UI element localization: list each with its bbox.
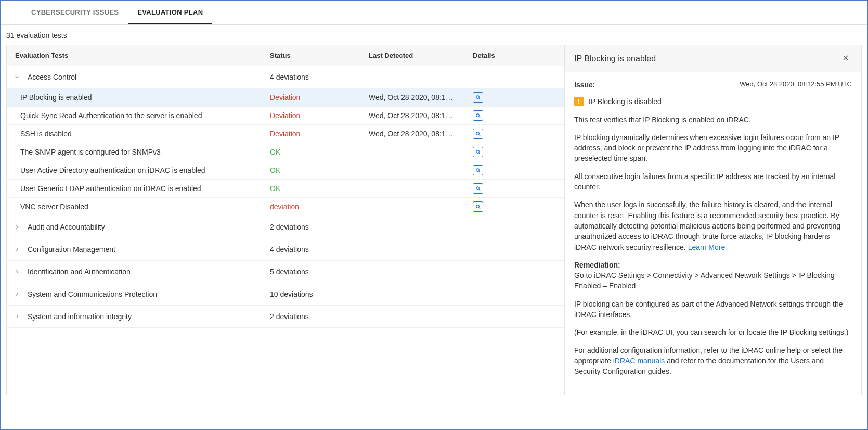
remediation-path: Go to iDRAC Settings > Connectivity > Ad… — [574, 271, 835, 290]
svg-line-9 — [478, 171, 480, 172]
test-last-detected: Wed, Oct 28 2020, 08:12:55 PM ... — [360, 88, 464, 106]
view-details-button[interactable] — [473, 183, 483, 194]
detail-paragraph: IP blocking dynamically determines when … — [574, 132, 852, 164]
test-details-cell — [464, 89, 516, 106]
detail-paragraph: This test verifies that IP Blocking is e… — [574, 115, 852, 125]
close-icon — [841, 54, 850, 62]
test-status: OK — [262, 143, 360, 161]
svg-point-4 — [476, 132, 479, 135]
test-last-detected — [360, 166, 464, 175]
test-details-cell — [464, 107, 516, 124]
issue-timestamp: Wed, Oct 28 2020, 08:12:55 PM UTC — [740, 80, 852, 90]
chevron-right-icon — [7, 224, 28, 230]
test-row[interactable]: Quick Sync Read Authentication to the se… — [7, 107, 564, 125]
close-button[interactable] — [839, 52, 852, 66]
test-last-detected: Wed, Oct 28 2020, 08:12:55 PM ... — [360, 107, 464, 124]
remediation-label: Remediation: — [574, 261, 620, 269]
svg-line-5 — [478, 134, 480, 135]
detail-paragraph: All consecutive login failures from a sp… — [574, 171, 852, 193]
test-status: deviation — [262, 198, 360, 216]
chevron-down-icon — [7, 74, 28, 80]
test-status: OK — [262, 180, 360, 197]
view-details-button[interactable] — [473, 165, 483, 175]
view-details-button[interactable] — [473, 201, 483, 212]
issue-summary: IP Blocking is disabled — [589, 96, 662, 107]
test-row[interactable]: User Active Directory authentication on … — [7, 161, 564, 180]
view-details-button[interactable] — [473, 147, 483, 157]
svg-point-8 — [476, 168, 479, 171]
group-name: System and information integrity — [28, 306, 262, 327]
svg-point-6 — [476, 150, 479, 153]
test-name: The SNMP agent is configured for SNMPv3 — [7, 143, 262, 161]
warning-icon: ! — [574, 97, 584, 106]
test-row[interactable]: VNC server Disableddeviation — [7, 198, 564, 216]
detail-paragraph: When the user logs in successfully, the … — [574, 199, 852, 252]
svg-point-10 — [476, 186, 479, 189]
test-name: IP Blocking is enabled — [7, 88, 262, 106]
col-header-last-detected[interactable]: Last Detected — [360, 45, 464, 66]
issue-label: Issue: — [574, 80, 595, 90]
group-row[interactable]: Identification and Authentication5 devia… — [7, 261, 564, 283]
svg-line-3 — [478, 116, 480, 117]
view-details-button[interactable] — [473, 129, 483, 139]
test-status: Deviation — [262, 125, 360, 143]
group-status-summary: 5 deviations — [262, 261, 360, 283]
learn-more-link[interactable]: Learn More — [688, 243, 726, 251]
test-last-detected — [360, 184, 464, 193]
view-details-button[interactable] — [473, 92, 483, 103]
tabs-bar: CYBERSECURITY ISSUES EVALUATION PLAN — [1, 1, 867, 25]
test-details-cell — [464, 125, 516, 142]
group-name: Configuration Management — [28, 238, 262, 260]
idrac-manuals-link[interactable]: iDRAC manuals — [613, 357, 665, 365]
chevron-right-icon — [7, 313, 28, 320]
chevron-right-icon — [7, 269, 28, 275]
group-row[interactable]: System and Communications Protection10 d… — [7, 283, 564, 306]
detail-panel: IP Blocking is enabled Issue: Wed, Oct 2… — [565, 45, 862, 395]
tab-cybersecurity-issues[interactable]: CYBERSECURITY ISSUES — [22, 1, 128, 24]
test-name: User Generic LDAP authentication on iDRA… — [7, 180, 262, 197]
test-name: User Active Directory authentication on … — [7, 161, 262, 179]
group-name: Identification and Authentication — [28, 261, 262, 283]
evaluation-count: 31 evaluation tests — [1, 25, 867, 45]
svg-line-13 — [478, 207, 480, 208]
chevron-right-icon — [7, 291, 28, 297]
svg-point-2 — [476, 113, 479, 117]
col-header-details[interactable]: Details — [464, 45, 516, 66]
group-status-summary: 2 deviations — [262, 306, 360, 327]
group-row[interactable]: Access Control4 deviations — [7, 66, 564, 88]
col-header-tests[interactable]: Evaluation Tests — [7, 45, 262, 66]
svg-line-1 — [478, 98, 480, 99]
test-row[interactable]: User Generic LDAP authentication on iDRA… — [7, 180, 564, 198]
group-row[interactable]: Configuration Management4 deviations — [7, 238, 564, 261]
detail-paragraph: For additional configuration information… — [574, 345, 852, 377]
svg-line-7 — [478, 153, 480, 154]
test-row[interactable]: SSH is disabledDeviationWed, Oct 28 2020… — [7, 125, 564, 143]
evaluation-table: Evaluation Tests Status Last Detected De… — [6, 45, 565, 395]
test-status: OK — [262, 161, 360, 179]
group-status-summary: 10 deviations — [262, 283, 360, 305]
detail-paragraph: IP blocking can be configured as part of… — [574, 299, 852, 320]
view-details-button[interactable] — [473, 110, 483, 121]
test-row[interactable]: The SNMP agent is configured for SNMPv3O… — [7, 143, 564, 161]
group-row[interactable]: Audit and Accountability2 deviations — [7, 216, 564, 238]
test-row[interactable]: IP Blocking is enabledDeviationWed, Oct … — [7, 88, 564, 107]
svg-line-11 — [478, 189, 480, 190]
detail-paragraph: (For example, in the iDRAC UI, you can s… — [574, 327, 852, 337]
detail-title: IP Blocking is enabled — [574, 54, 656, 64]
group-status-summary: 4 deviations — [262, 238, 360, 260]
chevron-right-icon — [7, 246, 28, 252]
group-status-summary: 2 deviations — [262, 216, 360, 238]
remediation-block: Remediation: Go to iDRAC Settings > Conn… — [574, 260, 852, 292]
test-details-cell — [464, 180, 516, 197]
col-header-status[interactable]: Status — [262, 45, 360, 66]
test-name: Quick Sync Read Authentication to the se… — [7, 107, 262, 124]
test-details-cell — [464, 162, 516, 179]
test-details-cell — [464, 144, 516, 160]
svg-point-0 — [476, 95, 479, 98]
svg-point-12 — [476, 205, 479, 208]
test-name: VNC server Disabled — [7, 198, 262, 216]
test-last-detected — [360, 147, 464, 157]
group-row[interactable]: System and information integrity2 deviat… — [7, 306, 564, 328]
tab-evaluation-plan[interactable]: EVALUATION PLAN — [128, 1, 212, 24]
group-name: Access Control — [28, 66, 262, 88]
